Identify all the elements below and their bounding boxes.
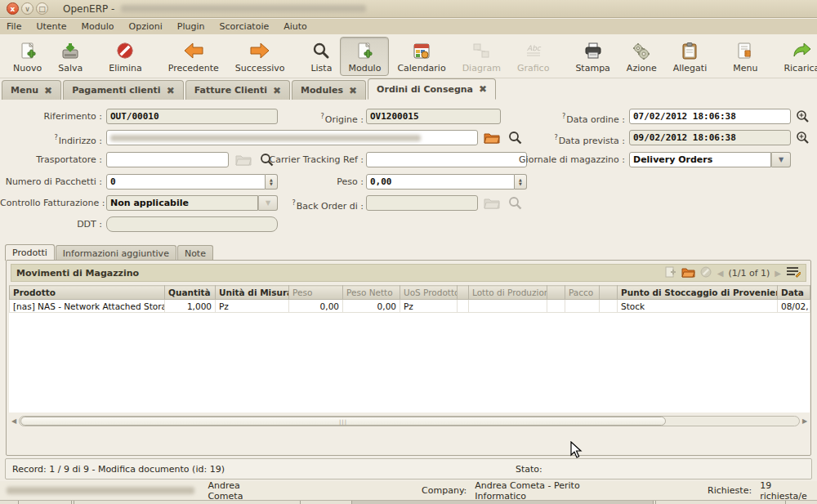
data-prevista-label: ?Data prevista : bbox=[507, 131, 625, 145]
zoom-date-icon[interactable] bbox=[796, 131, 810, 144]
close-tab-icon[interactable]: ✖ bbox=[167, 85, 175, 96]
switch-view-icon[interactable] bbox=[786, 265, 801, 280]
giornale-combo[interactable]: Delivery Orders bbox=[629, 152, 771, 167]
list-view-button[interactable]: Lista bbox=[302, 37, 340, 76]
ddt-field bbox=[106, 216, 278, 232]
close-tab-icon[interactable]: ✖ bbox=[349, 85, 357, 96]
stock-moves-table: Prodotto Quantità Unità di Misura Peso P… bbox=[9, 285, 810, 313]
window-minimize-icon[interactable]: ∨ bbox=[21, 2, 33, 15]
zoom-date-icon[interactable] bbox=[796, 109, 810, 123]
delete-button[interactable]: Elimina bbox=[100, 37, 150, 76]
menu-button[interactable]: Menu bbox=[725, 37, 766, 76]
close-tab-icon[interactable]: ✖ bbox=[273, 85, 281, 96]
menu-page-icon bbox=[735, 42, 755, 61]
peso-label: Peso : bbox=[249, 175, 364, 190]
menu-utente[interactable]: Utente bbox=[36, 21, 66, 32]
scroll-left-icon[interactable]: ◀ bbox=[9, 417, 19, 425]
menu-file[interactable]: File bbox=[7, 21, 21, 32]
requests-label: Richieste: bbox=[708, 485, 752, 496]
print-button[interactable]: Stampa bbox=[567, 37, 618, 76]
table-row[interactable]: [nas] NAS - Network Attached Storage 1,0… bbox=[10, 300, 810, 313]
table-header-row[interactable]: Prodotto Quantità Unità di Misura Peso P… bbox=[10, 286, 810, 300]
peso-field[interactable] bbox=[366, 174, 515, 190]
tab-note[interactable]: Note bbox=[177, 245, 213, 261]
diagram-icon bbox=[471, 42, 491, 61]
menu-modulo[interactable]: Modulo bbox=[82, 21, 114, 32]
menu-aiuto[interactable]: Aiuto bbox=[283, 21, 307, 32]
origine-label: ?Origine : bbox=[249, 109, 364, 124]
giornale-dropdown-icon[interactable]: ▼ bbox=[771, 152, 791, 167]
record-status-bar: Record: 1 / 9 di 9 - Modifica documento … bbox=[5, 458, 812, 479]
window-close-icon[interactable]: x bbox=[7, 2, 19, 15]
indirizzo-field[interactable] bbox=[106, 130, 478, 145]
pager-text: (1/1 of 1) bbox=[728, 268, 770, 279]
window-maximize-icon[interactable]: □ bbox=[36, 2, 48, 15]
horizontal-scrollbar[interactable]: ◀ ||| ▶ bbox=[9, 415, 810, 427]
chart-icon: Abc bbox=[524, 42, 543, 61]
open-resource-icon[interactable] bbox=[484, 131, 498, 144]
open-line-icon[interactable] bbox=[681, 266, 695, 280]
scrollbar-thumb[interactable]: ||| bbox=[20, 417, 666, 426]
controllo-fatturazione-label: Controllo Fatturazione : bbox=[0, 196, 102, 211]
section-title: Movimenti di Magazzino bbox=[16, 268, 139, 279]
workflow-row: ?Stato : Completato ▼ Prodotti ritornati… bbox=[7, 430, 810, 455]
record-info: Record: 1 / 9 di 9 - Modifica documento … bbox=[12, 464, 225, 475]
data-prevista-field[interactable] bbox=[629, 130, 791, 145]
action-button[interactable]: Azione bbox=[618, 37, 665, 76]
tab-menu[interactable]: Menu✖ bbox=[2, 80, 61, 100]
bottom-strip bbox=[0, 500, 817, 504]
trasportatore-field[interactable] bbox=[106, 152, 229, 167]
save-icon bbox=[60, 42, 80, 61]
open-resource-icon-disabled bbox=[235, 153, 250, 166]
open-resource-icon-disabled bbox=[484, 196, 498, 209]
numero-pacchetti-label: Numero di Pacchetti : bbox=[0, 175, 102, 190]
form-icon bbox=[355, 42, 374, 61]
data-ordine-label: ?Data ordine : bbox=[507, 109, 625, 124]
origine-field[interactable] bbox=[366, 109, 501, 124]
peso-spinner[interactable]: ▲▼ bbox=[515, 174, 527, 190]
controllo-fatturazione-combo[interactable]: Non applicabile bbox=[106, 195, 258, 211]
pager-left-icon[interactable]: ◀ bbox=[717, 269, 724, 278]
list-empty-area[interactable] bbox=[9, 313, 810, 413]
carrier-tracking-field[interactable] bbox=[366, 152, 527, 167]
redacted-title-text bbox=[121, 5, 366, 12]
company-label: Company: bbox=[422, 485, 467, 496]
calendar-icon bbox=[412, 42, 431, 61]
close-tab-icon[interactable]: ✖ bbox=[44, 85, 52, 96]
riferimento-label: Riferimento : bbox=[0, 109, 102, 124]
search-icon-disabled bbox=[508, 196, 523, 209]
ddt-label: DDT : bbox=[0, 217, 102, 232]
attachments-button[interactable]: Allegati bbox=[665, 37, 716, 76]
toolbar: Nuovo Salva Elimina Precedente Successiv… bbox=[0, 34, 817, 78]
numero-pacchetti-field[interactable] bbox=[106, 174, 266, 190]
calendar-view-button[interactable]: Calendario bbox=[389, 37, 453, 76]
close-tab-icon[interactable]: ✖ bbox=[479, 83, 487, 95]
prodotti-panel: Movimenti di Magazzino ◀ (1/1 of 1) ▶ Pr… bbox=[6, 260, 811, 456]
back-order-label: ?Back Order di : bbox=[249, 196, 364, 211]
data-ordine-field[interactable] bbox=[629, 109, 791, 124]
next-button[interactable]: Successivo bbox=[227, 37, 293, 76]
diagram-view-button: Diagram bbox=[454, 37, 509, 76]
printer-icon bbox=[583, 42, 603, 61]
new-button[interactable]: Nuovo bbox=[5, 37, 50, 76]
tab-ordini-di-consegna[interactable]: Ordini di Consegna✖ bbox=[368, 78, 496, 100]
tab-pagamenti-clienti[interactable]: Pagamenti clienti✖ bbox=[63, 80, 184, 100]
previous-button[interactable]: Precedente bbox=[160, 37, 227, 76]
tab-fatture-clienti[interactable]: Fatture Clienti✖ bbox=[185, 80, 290, 100]
window-title: OpenERP - bbox=[63, 3, 114, 15]
pager-right-icon[interactable]: ▶ bbox=[775, 269, 781, 278]
reload-button[interactable]: Ricarica bbox=[775, 37, 817, 76]
back-order-field bbox=[366, 195, 478, 211]
form-view-button[interactable]: Modulo bbox=[340, 37, 389, 76]
delete-icon bbox=[115, 42, 135, 61]
tab-modules[interactable]: Modules✖ bbox=[292, 80, 366, 100]
menu-opzioni[interactable]: Opzioni bbox=[129, 21, 163, 32]
save-button[interactable]: Salva bbox=[50, 37, 91, 76]
delete-line-icon bbox=[700, 266, 712, 280]
menu-scorciatoie[interactable]: Scorciatoie bbox=[219, 21, 269, 32]
tab-informazioni-aggiuntive[interactable]: Informazioni aggiuntive bbox=[56, 245, 176, 261]
tab-prodotti[interactable]: Prodotti bbox=[5, 244, 55, 261]
scroll-right-icon[interactable]: ▶ bbox=[800, 417, 810, 425]
menu-plugin[interactable]: Plugin bbox=[177, 21, 205, 32]
title-bar: x ∨ □ OpenERP - bbox=[0, 0, 817, 18]
